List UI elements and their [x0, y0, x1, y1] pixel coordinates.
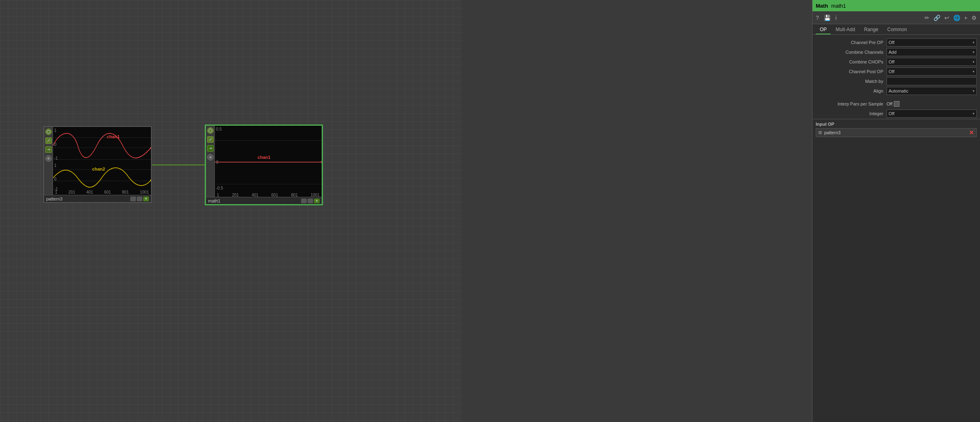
svg-point-10	[321, 161, 322, 163]
panel-content: Channel Pre OP Off Combine Channels Add …	[812, 35, 980, 140]
plus-icon[interactable]: +	[963, 14, 968, 22]
combine-channels-label: Combine Channels	[816, 50, 887, 55]
param-align: Align Automatic	[812, 87, 980, 95]
p3-x-801: 801	[122, 190, 129, 194]
node-pattern3[interactable]: 1 0 -1 1 0 -1 chan1 chan2	[43, 126, 152, 203]
pencil-icon[interactable]: ✏	[924, 14, 930, 22]
combine-chops-control[interactable]: Off	[887, 58, 977, 66]
combine-channels-select[interactable]: Add	[887, 48, 977, 56]
p3-x-601: 601	[104, 190, 111, 194]
math1-footer: math1 +	[206, 197, 322, 204]
connection-wire	[0, 0, 461, 422]
param-channel-post-op: Channel Post OP Off	[812, 67, 980, 76]
panel-right-icons: ✏ 🔗 ↩ 🌐 + ⚙	[924, 14, 978, 22]
tab-mult-add[interactable]: Mult-Add	[832, 25, 859, 34]
input-op-name: pattern3	[824, 130, 969, 135]
param-interp-pars: Interp Pars per Sample Off	[812, 99, 980, 108]
tab-common[interactable]: Common	[883, 25, 911, 34]
pattern3-btn-circle[interactable]	[45, 129, 52, 135]
settings-icon[interactable]: ⚙	[971, 14, 978, 22]
link-icon[interactable]: 🔗	[933, 14, 941, 22]
input-op-close-btn[interactable]: ✕	[969, 129, 974, 136]
node-math1[interactable]: 0.5 0 -0.5 chan1 1 201 401 601 801 10	[205, 124, 323, 205]
channel-post-op-select[interactable]: Off	[887, 68, 977, 76]
channel-pre-op-label: Channel Pre OP	[816, 40, 887, 45]
param-integer: Integer Off	[812, 109, 980, 118]
node-pattern3-sidebar	[44, 127, 53, 196]
match-by-label: Match by	[816, 79, 887, 84]
svg-line-7	[209, 138, 212, 141]
help-icon[interactable]: ?	[815, 14, 820, 22]
p3-x-1: 1	[55, 190, 57, 194]
svg-point-6	[209, 129, 212, 132]
panel-title-bar: Math math1	[812, 0, 980, 11]
math1-chart: 0.5 0 -0.5 chan1 1 201 401 601 801 10	[215, 126, 322, 198]
svg-point-8	[209, 156, 212, 158]
input-op-indicator	[819, 131, 822, 134]
svg-line-2	[47, 139, 50, 142]
integer-control[interactable]: Off	[887, 110, 977, 118]
math1-name: math1	[208, 198, 301, 203]
pattern3-name: pattern3	[46, 196, 130, 201]
node-math1-sidebar	[206, 126, 215, 198]
pattern3-chart: 1 0 -1 1 0 -1 chan1 chan2	[53, 127, 151, 196]
integer-label: Integer	[816, 111, 887, 116]
math1-btn-pencil[interactable]	[207, 136, 214, 143]
pattern3-footer-btn-plus[interactable]: +	[143, 196, 149, 201]
match-by-control[interactable]	[887, 77, 977, 85]
pattern3-btn-gray[interactable]	[45, 155, 52, 162]
combine-chops-label: Combine CHOPs	[816, 59, 887, 64]
interp-pars-label: Interp Pars per Sample	[816, 101, 887, 106]
math1-footer-btn2[interactable]	[308, 198, 313, 203]
svg-point-1	[47, 130, 50, 133]
channel-post-op-label: Channel Post OP	[816, 69, 887, 74]
save-icon[interactable]: 💾	[823, 14, 832, 22]
align-select[interactable]: Automatic	[887, 87, 977, 95]
math1-btn-gray[interactable]	[207, 154, 214, 160]
undo-icon[interactable]: ↩	[944, 14, 950, 22]
combine-chops-select[interactable]: Off	[887, 58, 977, 66]
p3-x-401: 401	[86, 190, 93, 194]
math1-btn-circle[interactable]	[207, 127, 214, 134]
math1-footer-buttons: +	[301, 198, 320, 203]
channel-post-op-control[interactable]: Off	[887, 68, 977, 76]
svg-point-3	[47, 157, 50, 160]
pattern3-footer-buttons: +	[130, 196, 149, 201]
param-match-by: Match by	[812, 77, 980, 86]
pattern3-footer: pattern3 +	[44, 195, 151, 202]
tab-op[interactable]: OP	[816, 25, 831, 34]
channel-pre-op-control[interactable]: Off	[887, 38, 977, 46]
panel-icon-bar: ? 💾 i ✏ 🔗 ↩ 🌐 + ⚙	[812, 11, 980, 24]
param-combine-channels: Combine Channels Add	[812, 48, 980, 57]
pattern3-btn-arrow[interactable]	[45, 146, 52, 153]
align-label: Align	[816, 89, 887, 93]
right-panel: Math math1 ? 💾 i ✏ 🔗 ↩ 🌐 + ⚙ OP Mult-Add…	[812, 0, 980, 422]
param-channel-pre-op: Channel Pre OP Off	[812, 38, 980, 47]
math1-footer-btn-plus[interactable]: +	[314, 198, 320, 203]
pattern3-footer-btn2[interactable]	[137, 196, 142, 201]
panel-type: Math	[816, 3, 828, 9]
info-icon[interactable]: i	[835, 14, 838, 22]
align-control[interactable]: Automatic	[887, 87, 977, 95]
panel-name: math1	[831, 3, 846, 9]
interp-pars-controls: Off	[887, 101, 899, 107]
interp-pars-value: Off	[887, 101, 892, 106]
pattern3-curves	[53, 127, 151, 196]
math1-footer-btn1[interactable]	[301, 198, 307, 203]
input-op-header: Input OP	[812, 119, 980, 128]
math1-btn-arrow[interactable]	[207, 145, 214, 152]
interp-pars-toggle[interactable]	[894, 101, 899, 107]
globe-icon[interactable]: 🌐	[952, 14, 961, 22]
match-by-input[interactable]	[887, 77, 977, 85]
pattern3-btn-pencil[interactable]	[45, 137, 52, 144]
pattern3-x-labels: 1 201 401 601 801 1001	[55, 190, 149, 194]
channel-pre-op-select[interactable]: Off	[887, 38, 977, 46]
pattern3-footer-btn1[interactable]	[130, 196, 136, 201]
math1-curves	[215, 126, 322, 198]
integer-select[interactable]: Off	[887, 110, 977, 118]
tab-range[interactable]: Range	[860, 25, 882, 34]
combine-channels-control[interactable]: Add	[887, 48, 977, 56]
p3-x-1001: 1001	[140, 190, 149, 194]
panel-tabs: OP Mult-Add Range Common	[812, 24, 980, 35]
param-combine-chops: Combine CHOPs Off	[812, 57, 980, 66]
